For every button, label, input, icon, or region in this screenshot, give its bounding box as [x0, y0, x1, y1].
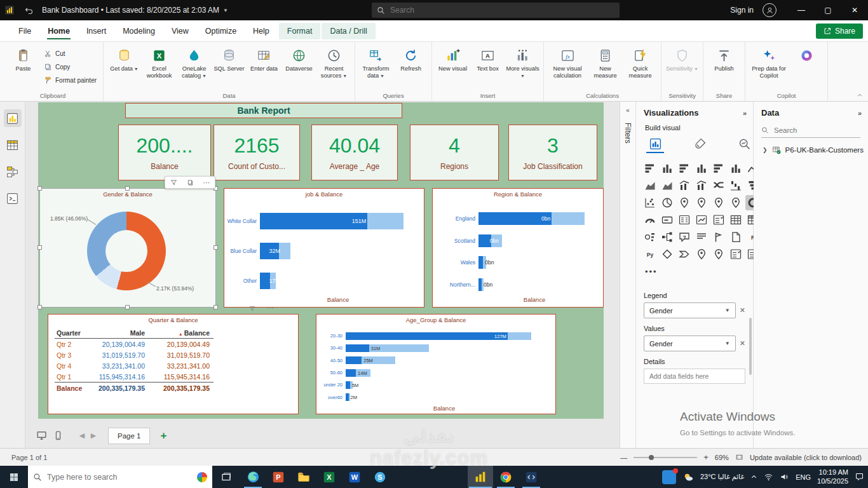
- copy-icon[interactable]: [187, 179, 194, 186]
- collapse-ribbon-icon[interactable]: [857, 92, 863, 98]
- 100-stacked-column-chart-icon[interactable]: [728, 161, 743, 176]
- chrome-icon[interactable]: [493, 466, 519, 488]
- metrics-icon[interactable]: [711, 229, 726, 245]
- chevron-right-icon[interactable]: ❯: [763, 147, 768, 153]
- weather-text[interactable]: 23°C غائم غالبا: [700, 473, 744, 481]
- column-header-quarter[interactable]: Quarter: [55, 329, 92, 337]
- pie-chart-icon[interactable]: [660, 195, 675, 210]
- menu-tab-help[interactable]: Help: [245, 20, 278, 41]
- stacked-column-chart-icon[interactable]: [660, 161, 675, 176]
- publish-button[interactable]: Publish: [707, 45, 742, 72]
- excel-icon[interactable]: X: [316, 466, 342, 488]
- quarter-balance-table-visual[interactable]: ⋯ Quarter & Balance QuarterMale▲BalanceQ…: [48, 314, 299, 414]
- kpi-icon[interactable]: [694, 212, 709, 227]
- bar-row-scotland[interactable]: Scotland0bn: [434, 230, 587, 252]
- report-page[interactable]: Bank Report 200....Balance2165Count of C…: [38, 102, 604, 419]
- file-explorer-icon[interactable]: [291, 466, 316, 488]
- filled-map-icon[interactable]: [711, 195, 726, 210]
- selection-handle[interactable]: [37, 305, 42, 309]
- selection-handle[interactable]: [125, 305, 130, 309]
- area-chart-icon[interactable]: [642, 178, 658, 193]
- scatter-chart-icon[interactable]: [642, 195, 658, 210]
- bar-segment-rest[interactable]: [552, 212, 585, 225]
- power-automate-icon[interactable]: [677, 247, 692, 262]
- add-page-button[interactable]: +: [160, 430, 166, 442]
- code-app-icon[interactable]: [519, 466, 544, 488]
- window-title[interactable]: Bank Dashboard • Last saved: 8/20/2025 a…: [42, 6, 228, 15]
- panel-scrollbar[interactable]: [749, 318, 752, 375]
- zoom-out-icon[interactable]: —: [620, 454, 627, 461]
- copy-button[interactable]: Copy: [41, 61, 100, 73]
- bar-row-blue-collar[interactable]: Blue Collar32M: [227, 237, 419, 265]
- line-and-stacked-column-chart-icon[interactable]: [677, 178, 692, 193]
- bar-segment-rest[interactable]: [508, 332, 531, 340]
- azure-map-icon[interactable]: [711, 247, 726, 262]
- smart-narrative-icon[interactable]: [694, 229, 709, 245]
- bar-row-20-30[interactable]: 20-30127M: [318, 330, 544, 342]
- start-button[interactable]: [0, 466, 28, 488]
- table-total-row[interactable]: Balance200,335,179.35200,335,179.35: [55, 382, 214, 393]
- sql-server-button[interactable]: SQL Server: [212, 45, 247, 72]
- menu-tab-data-drill[interactable]: Data / Drill: [322, 23, 375, 39]
- bar-row-50-60[interactable]: 50-6014M: [318, 367, 544, 379]
- sign-in-button[interactable]: Sign in: [730, 6, 754, 15]
- desktop-layout-icon[interactable]: [33, 428, 50, 444]
- bar-segment-rest[interactable]: [367, 213, 403, 229]
- bar-segment-highlight[interactable]: [346, 332, 508, 340]
- map-icon[interactable]: [694, 195, 709, 210]
- report-view-icon[interactable]: [4, 109, 22, 127]
- waterfall-chart-icon[interactable]: [728, 178, 743, 193]
- notification-app-icon[interactable]: [662, 470, 676, 484]
- zoom-in-icon[interactable]: +: [703, 452, 709, 462]
- weather-icon[interactable]: [682, 471, 694, 483]
- enter-data-button[interactable]: Enter data: [247, 45, 281, 72]
- data-search-input[interactable]: [774, 126, 850, 134]
- qa-visual-icon[interactable]: ?: [677, 229, 692, 245]
- slicer-icon[interactable]: [711, 212, 726, 227]
- gauge-icon[interactable]: [642, 212, 658, 227]
- expand-filters-icon[interactable]: «: [626, 107, 630, 114]
- bar-segment-rest[interactable]: [279, 243, 290, 259]
- copilot-button[interactable]: [789, 45, 824, 65]
- menu-tab-insert[interactable]: Insert: [78, 20, 114, 41]
- decomposition-tree-icon[interactable]: [660, 229, 675, 245]
- sensitivity-button[interactable]: Sensitivity ▼: [665, 45, 700, 72]
- wifi-icon[interactable]: [764, 472, 773, 482]
- page-tab-page-1[interactable]: Page 1: [108, 428, 150, 444]
- close-button[interactable]: ✕: [841, 0, 868, 20]
- undo-icon[interactable]: [19, 0, 38, 20]
- new-measure-button[interactable]: New measure: [588, 45, 623, 79]
- selection-handle[interactable]: [214, 305, 218, 309]
- collapse-visualizations-icon[interactable]: »: [743, 109, 747, 117]
- clustered-bar-chart-icon[interactable]: [677, 161, 692, 176]
- taskbar-search-input[interactable]: [47, 473, 180, 482]
- account-avatar[interactable]: [763, 3, 776, 17]
- table-row[interactable]: Qtr 1115,945,314.16115,945,314.16: [55, 371, 214, 382]
- new-visual-calculation-button[interactable]: fxNew visual calculation: [547, 45, 588, 79]
- dax-query-view-icon[interactable]: [4, 189, 22, 207]
- column-header-male[interactable]: Male: [92, 329, 145, 337]
- power-apps-icon[interactable]: [660, 247, 675, 262]
- gender-balance-donut-visual[interactable]: ⋯ Gender & Balance 1.85K (46.06%) 2.17K …: [39, 188, 216, 308]
- word-icon[interactable]: W: [342, 466, 367, 488]
- show-hidden-icons-chevron[interactable]: [750, 473, 757, 480]
- refresh-button[interactable]: Refresh: [393, 45, 428, 72]
- cut-button[interactable]: Cut: [41, 48, 100, 60]
- clock[interactable]: 10:19 AM 10/5/2025: [817, 468, 848, 486]
- arcgis-map-icon[interactable]: [694, 247, 709, 262]
- maximize-button[interactable]: ▢: [815, 0, 841, 20]
- more-visuals-button[interactable]: More visuals ▼: [505, 45, 540, 79]
- fit-to-page-icon[interactable]: [735, 453, 743, 461]
- volume-icon[interactable]: [780, 472, 789, 482]
- dataverse-button[interactable]: Dataverse: [281, 45, 316, 72]
- kpi-card-job-classification[interactable]: 3Job Classification: [508, 125, 597, 180]
- table-icon[interactable]: [728, 212, 743, 227]
- bar-row-wales[interactable]: Wales0bn: [434, 252, 587, 273]
- bar-row-under-20[interactable]: under 205M: [318, 379, 544, 391]
- data-search[interactable]: [761, 126, 860, 138]
- zoom-slider[interactable]: [634, 457, 697, 458]
- search-highlights-icon[interactable]: [197, 472, 207, 482]
- power-bi-icon[interactable]: [468, 466, 493, 488]
- selection-handle[interactable]: [214, 245, 218, 250]
- table-view-icon[interactable]: [4, 136, 22, 154]
